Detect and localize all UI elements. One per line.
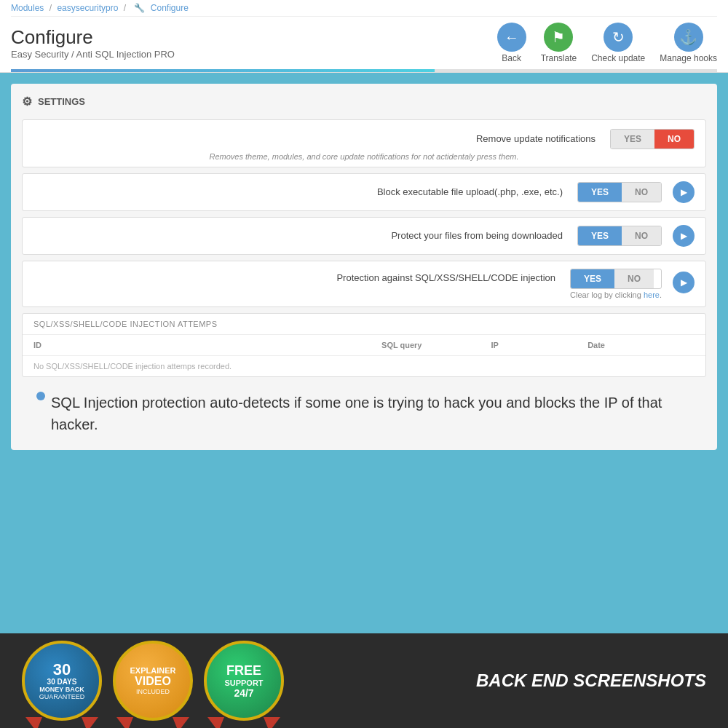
clear-log-link[interactable]: here: [644, 290, 660, 299]
badge-30: 30 30 DAYS MONEY BACK GUARANTEED: [22, 641, 102, 721]
ribbon-right-2: [264, 717, 280, 728]
settings-card: ⚙ SETTINGS Remove update notifications Y…: [11, 84, 717, 450]
empty-msg: No SQL/XSS/SHELL/CODE injection attemps …: [23, 356, 705, 377]
breadcrumb-configure[interactable]: Configure: [151, 3, 189, 13]
ribbon-right-1: [173, 717, 189, 728]
back-label: Back: [502, 53, 521, 63]
top-bar: Modules / easysecuritypro / 🔧 Configure …: [0, 0, 728, 73]
th-sql: SQL query: [121, 335, 480, 356]
th-id: ID: [23, 335, 121, 356]
yes-btn-0[interactable]: YES: [611, 130, 654, 149]
arrow-indicator-1: ▶: [673, 181, 695, 203]
sep1: /: [50, 3, 52, 13]
setting-row-3: Protection against SQL/XSS/SHELL/CODE in…: [22, 261, 706, 307]
page-subtitle: Easy Security / Anti SQL Injection PRO: [11, 49, 497, 60]
badge-free-line1: FREE: [226, 663, 261, 678]
row-top-0: Remove update notifications YES NO: [33, 129, 695, 149]
ribbon-left-2: [207, 717, 224, 728]
badge-30-line1: 30 DAYS: [47, 678, 77, 686]
header-actions: ← Back ⚑ Translate ↻ Check update ⚓ Mana…: [497, 23, 717, 63]
th-date: Date: [577, 335, 705, 356]
badge-30-num: 30: [53, 662, 71, 678]
ribbon-right-0: [82, 717, 98, 728]
toggle-group-1: YES NO: [577, 182, 662, 202]
hooks-icon: ⚓: [674, 23, 703, 52]
breadcrumb: Modules / easysecuritypro / 🔧 Configure: [11, 0, 717, 17]
update-icon: ↻: [604, 23, 633, 52]
setting-row-2: Protect your files from being downloaded…: [22, 217, 706, 255]
sql-section-title: SQL/XSS/SHELL/CODE INJECTION ATTEMPS: [23, 314, 705, 335]
check-update-label: Check update: [591, 53, 645, 63]
toggle-group-0: YES NO: [610, 129, 695, 149]
dot-indicator: [36, 392, 45, 400]
back-end-text: BACK END SCREENSHOTS: [476, 670, 706, 690]
progress-fill: [11, 69, 435, 72]
progress-bar: [11, 69, 717, 72]
bottom-tooltip-text: SQL Injection protection auto-detects if…: [51, 392, 706, 435]
settings-title: ⚙ SETTINGS: [22, 95, 706, 108]
yes-btn-1[interactable]: YES: [578, 183, 622, 202]
page-title: Configure: [11, 26, 497, 49]
setting-row-0: Remove update notifications YES NO Remov…: [22, 119, 706, 167]
badge-exp-line3: INCLUDED: [136, 688, 170, 695]
translate-button[interactable]: ⚑ Translate: [541, 23, 577, 63]
toggle-group-3: YES NO: [570, 269, 662, 289]
setting-label-2: Protect your files from being downloaded: [33, 229, 577, 242]
badge-exp-line2: VIDEO: [135, 675, 171, 688]
back-button[interactable]: ← Back: [497, 23, 526, 63]
bottom-section: 30 30 DAYS MONEY BACK GUARANTEED EXPLAIN…: [0, 633, 728, 728]
back-icon: ←: [497, 23, 526, 52]
badge-explainer-wrapper: EXPLAINER VIDEO INCLUDED: [113, 641, 193, 721]
ribbon-left-0: [25, 717, 42, 728]
th-ip: IP: [480, 335, 577, 356]
no-btn-3[interactable]: NO: [614, 269, 654, 288]
back-end-label: BACK END SCREENSHOTS: [306, 670, 706, 691]
setting-row-1: Block executable file upload(.php, .exe,…: [22, 173, 706, 211]
badge-free: FREE SUPPORT 24/7: [204, 641, 284, 721]
setting-label-1: Block executable file upload(.php, .exe,…: [33, 186, 577, 199]
gear-icon: ⚙: [22, 95, 32, 108]
arrow-indicator-2: ▶: [673, 225, 695, 247]
sql-table: ID SQL query IP Date No SQL/XSS/SHELL/CO…: [23, 335, 705, 376]
ribbon-left-1: [116, 717, 133, 728]
translate-label: Translate: [541, 53, 577, 63]
badge-30-container: 30 30 DAYS MONEY BACK GUARANTEED: [22, 641, 102, 721]
toggle-group-2: YES NO: [577, 226, 662, 246]
badge-30-line2: MONEY BACK: [39, 686, 84, 693]
badge-30-line3: GUARANTEED: [39, 693, 85, 700]
main-content: ⚙ SETTINGS Remove update notifications Y…: [0, 73, 728, 461]
yes-btn-3[interactable]: YES: [571, 269, 614, 288]
clear-log-text: Clear log by clicking here.: [570, 290, 662, 299]
tooltip-line-0: Removes theme, modules, and core update …: [210, 152, 519, 161]
hooks-label: Manage hooks: [660, 53, 717, 63]
badge-free-container: FREE SUPPORT 24/7: [204, 641, 284, 721]
badge-explainer: EXPLAINER VIDEO INCLUDED: [113, 641, 193, 721]
arrow-indicator-3: ▶: [673, 272, 695, 293]
header-title: Configure Easy Security / Anti SQL Injec…: [11, 26, 497, 60]
breadcrumb-easysecuritypro[interactable]: easysecuritypro: [57, 3, 118, 13]
manage-hooks-button[interactable]: ⚓ Manage hooks: [660, 23, 717, 63]
sep2: /: [124, 3, 126, 13]
translate-icon: ⚑: [544, 23, 573, 52]
badge-30-wrapper: 30 30 DAYS MONEY BACK GUARANTEED: [22, 641, 102, 721]
badge-free-wrapper: FREE SUPPORT 24/7: [204, 641, 284, 721]
badge-free-line2: SUPPORT: [224, 678, 263, 687]
breadcrumb-modules[interactable]: Modules: [11, 3, 44, 13]
sql-section: SQL/XSS/SHELL/CODE INJECTION ATTEMPS ID …: [22, 313, 706, 377]
setting-label-3: Protection against SQL/XSS/SHELL/CODE in…: [33, 269, 570, 285]
table-row-empty: No SQL/XSS/SHELL/CODE injection attemps …: [23, 356, 705, 377]
no-btn-1[interactable]: NO: [622, 183, 661, 202]
bottom-tooltip: SQL Injection protection auto-detects if…: [22, 388, 706, 439]
check-update-button[interactable]: ↻ Check update: [591, 23, 645, 63]
badge-free-line3: 24/7: [234, 687, 253, 699]
badge-explainer-container: EXPLAINER VIDEO INCLUDED: [113, 641, 193, 721]
yes-btn-2[interactable]: YES: [578, 226, 622, 245]
setting-label-0: Remove update notifications: [33, 132, 610, 146]
no-btn-0[interactable]: NO: [654, 130, 694, 149]
breadcrumb-configure-icon: 🔧: [134, 3, 145, 13]
header-row: Configure Easy Security / Anti SQL Injec…: [11, 17, 717, 69]
section-title-label: SETTINGS: [38, 96, 85, 107]
badge-exp-line1: EXPLAINER: [130, 666, 176, 675]
no-btn-2[interactable]: NO: [622, 226, 661, 245]
